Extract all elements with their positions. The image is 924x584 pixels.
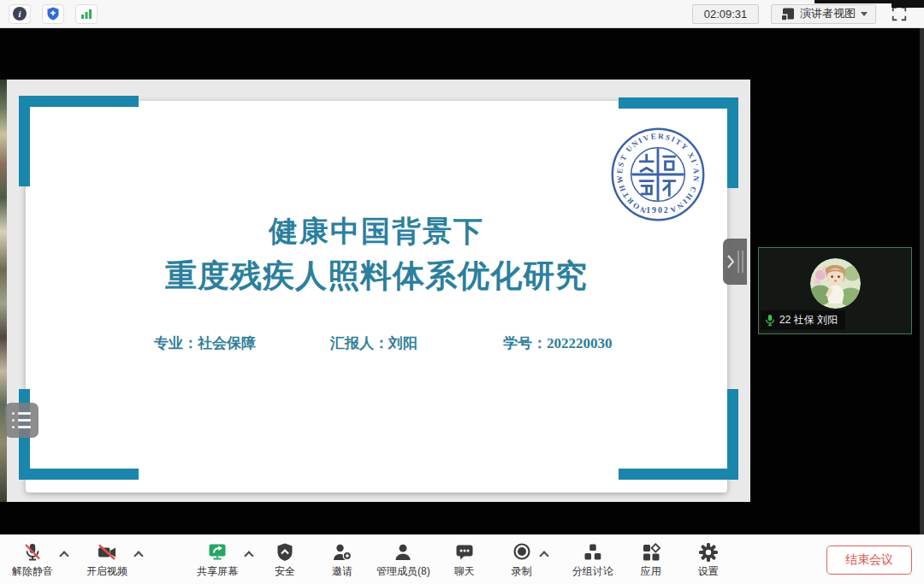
members-icon: [392, 541, 414, 563]
panel-collapse-handle[interactable]: [723, 239, 747, 285]
shield-plus-icon: [45, 6, 61, 21]
slide-area: 健康中国背景下 重度残疾人照料体系优化研究 专业：社会保障 汇报人：刘阳 学号：…: [7, 80, 750, 502]
toolbar-item-chat[interactable]: 聊天: [453, 541, 476, 579]
view-mode-button[interactable]: 演讲者视图: [771, 4, 876, 24]
toolbar-label: 聊天: [454, 564, 475, 579]
toolbar-item-invite[interactable]: 邀请: [331, 541, 353, 579]
chevron-up-icon[interactable]: [244, 551, 253, 560]
toolbar-label: 分组讨论: [572, 564, 613, 579]
handle-grip: [742, 251, 743, 273]
breakout-rooms-icon: [582, 541, 604, 563]
chevron-up-icon[interactable]: [539, 551, 548, 560]
toolbar-item-breakout-rooms[interactable]: 分组讨论: [572, 541, 613, 579]
handle-grip: [737, 251, 739, 273]
toolbar-item-share-screen[interactable]: 共享屏幕: [197, 541, 238, 579]
corner-bracket-bottom-right: [727, 389, 738, 480]
mic-muted-icon: [21, 541, 44, 563]
top-bar: i 02:09:31: [0, 0, 924, 28]
fullscreen-icon: [891, 5, 908, 22]
toolbar-label: 邀请: [332, 564, 352, 579]
participant-name: 22 社保 刘阳: [779, 313, 838, 327]
presenter-label: 汇报人：刘阳: [330, 333, 418, 353]
invite-icon: [331, 541, 353, 563]
meeting-info-button[interactable]: i: [9, 4, 31, 24]
toolbar-label: 共享屏幕: [197, 564, 238, 579]
list-icon: [12, 419, 38, 422]
camera-muted-icon: [96, 541, 118, 563]
corner-bracket-bottom-right: [619, 469, 738, 480]
chat-icon: [453, 541, 476, 563]
toolbar-group-share: 共享屏幕: [197, 541, 252, 579]
toolbar-label: 解除静音: [12, 564, 53, 579]
toolbar-item-manage-members[interactable]: 管理成员(8): [376, 541, 430, 579]
major-label: 专业：社会保障: [154, 333, 256, 353]
toolbar-item-apps[interactable]: 应用: [640, 541, 662, 579]
window-edge-sliver: [891, 0, 924, 8]
layout-icon: [779, 6, 795, 21]
signal-bars-icon: [79, 6, 94, 21]
participant-name-bar: 22 社保 刘阳: [761, 310, 845, 330]
toolbar-label: 录制: [512, 564, 532, 579]
toolbar-item-security[interactable]: 安全: [274, 541, 296, 579]
end-meeting-button[interactable]: 结束会议: [826, 546, 912, 575]
corner-bracket-top-left: [19, 96, 30, 186]
corner-bracket-top-right: [619, 97, 738, 109]
toolbar-label: 应用: [641, 564, 661, 579]
toolbar-label: 安全: [275, 564, 295, 579]
record-icon: [511, 541, 533, 563]
list-icon: [12, 426, 38, 428]
meeting-protect-button[interactable]: [42, 4, 64, 24]
toolbar-group-video: 开启视频: [86, 541, 142, 579]
top-left-icons: i: [9, 4, 98, 24]
annotation-toolbar-handle[interactable]: [5, 403, 38, 438]
bottom-toolbar: 解除静音 开启视频: [0, 534, 924, 584]
corner-bracket-bottom-left: [19, 469, 139, 480]
desktop-background-sliver: [0, 80, 7, 502]
participant-tile[interactable]: 22 社保 刘阳: [758, 247, 912, 334]
corner-bracket-top-left: [19, 96, 139, 107]
view-mode-label: 演讲者视图: [800, 6, 856, 21]
share-screen-icon: [206, 541, 228, 563]
top-right-controls: 02:09:31 演讲者视图: [692, 3, 910, 24]
student-id-label: 学号：202220030: [503, 333, 613, 353]
chevron-up-icon[interactable]: [133, 551, 143, 560]
settings-gear-icon: [697, 541, 720, 563]
toolbar-label: 设置: [698, 564, 719, 579]
meeting-window: i 02:09:31: [0, 0, 924, 584]
apps-icon: [640, 541, 662, 563]
corner-bracket-top-right: [727, 97, 738, 188]
right-edge-strip: [920, 28, 924, 534]
chevron-up-icon[interactable]: [59, 551, 68, 560]
logo-year: 1902: [646, 205, 670, 215]
university-logo: NORTHWEST UNIVERSITY XI'AN CHINA 1902: [609, 126, 707, 223]
toolbar-item-unmute[interactable]: 解除静音: [12, 541, 53, 579]
toolbar-label: 开启视频: [86, 564, 127, 579]
slide-title-line2: 重度残疾人照料体系优化研究: [26, 255, 727, 298]
toolbar-item-settings[interactable]: 设置: [697, 541, 720, 579]
chevron-right-icon: [726, 249, 735, 274]
participant-avatar: [810, 258, 861, 309]
toolbar-label: 管理成员(8): [376, 564, 430, 579]
toolbar-item-start-video[interactable]: 开启视频: [86, 541, 127, 579]
list-icon: [12, 412, 38, 415]
toolbar-group-audio: 解除静音: [12, 541, 68, 579]
mic-on-icon: [765, 314, 775, 327]
meeting-timer: 02:09:31: [692, 4, 759, 24]
network-status-button[interactable]: [75, 4, 98, 24]
toolbar-group-record: 录制: [511, 541, 548, 579]
toolbar-item-record[interactable]: 录制: [511, 541, 533, 579]
caret-down-icon: [861, 12, 868, 16]
info-icon: i: [12, 6, 27, 21]
security-shield-icon: [274, 541, 296, 563]
